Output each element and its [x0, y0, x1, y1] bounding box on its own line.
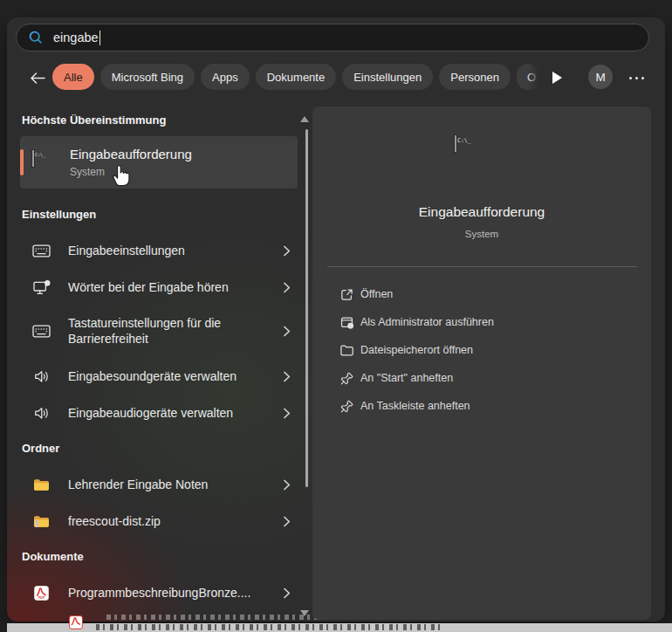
tab-truncated[interactable]: O	[517, 64, 539, 90]
tab-einstellungen[interactable]: Einstellungen	[342, 64, 433, 90]
list-item-tastatureinstellungen[interactable]: Tastatureinstellungen für die Barrierefr…	[20, 306, 299, 356]
section-header-documents: Dokumente	[22, 550, 84, 563]
ellipsis-icon	[629, 77, 632, 79]
pin-icon	[339, 399, 354, 414]
pdf-icon: PDF	[31, 586, 51, 601]
result-best-match[interactable]: C:\_ Eingabeaufforderung System	[20, 136, 298, 189]
chevron-right-icon	[283, 479, 291, 491]
action-pin-to-start[interactable]: An "Start" anheften	[312, 364, 651, 392]
tab-microsoft-bing[interactable]: Microsoft Bing	[100, 64, 195, 90]
search-flyout: eingabe Alle Microsoft Bing Apps Dokumen…	[7, 17, 665, 622]
back-button[interactable]	[26, 67, 49, 88]
list-item-eingabeeinstellungen[interactable]: Eingabeeinstellungen	[20, 232, 299, 269]
divider	[327, 266, 637, 267]
preview-subtitle: System	[312, 229, 651, 239]
fade-overlay	[527, 64, 539, 90]
scroll-tabs-right-button[interactable]	[546, 68, 567, 87]
dictation-icon	[31, 279, 51, 295]
section-header-folders: Ordner	[22, 442, 59, 455]
action-open-file-location[interactable]: Dateispeicherort öffnen	[312, 336, 651, 364]
action-open[interactable]: Öffnen	[312, 280, 651, 308]
run-as-admin-icon	[339, 315, 354, 330]
list-item-freescout-dist-zip[interactable]: freescout-dist.zip	[20, 503, 299, 539]
tab-alle[interactable]: Alle	[52, 64, 94, 90]
cmd-icon: C:\_	[32, 151, 34, 167]
tab-apps[interactable]: Apps	[201, 64, 250, 90]
svg-text:PDF: PDF	[38, 596, 45, 600]
preview-actions: Öffnen Als Administrator ausführen Datei…	[312, 280, 651, 420]
section-header-settings: Einstellungen	[22, 208, 96, 221]
search-icon	[28, 30, 44, 45]
keyboard-icon	[31, 244, 51, 258]
list-item-eingabesoundgeraete[interactable]: Eingabesoundgeräte verwalten	[20, 358, 299, 395]
chevron-right-icon	[283, 326, 291, 337]
action-run-as-admin[interactable]: Als Administrator ausführen	[312, 308, 651, 336]
action-pin-to-taskbar[interactable]: An Taskleiste anheften	[312, 392, 651, 420]
account-avatar[interactable]: M	[588, 65, 613, 89]
selection-accent-bar	[20, 149, 24, 175]
chevron-right-icon	[283, 371, 291, 382]
chevron-right-icon	[283, 245, 291, 257]
folder-open-icon	[339, 343, 354, 357]
tab-dokumente[interactable]: Dokumente	[256, 64, 336, 90]
list-item-lehrender-eingabe-noten[interactable]: Lehrender Eingabe Noten	[20, 466, 299, 503]
best-match-subtitle: System	[70, 166, 105, 178]
speaker-icon	[31, 406, 51, 421]
pin-icon	[339, 371, 354, 386]
text-caret	[99, 31, 101, 45]
open-external-icon	[339, 287, 354, 302]
chevron-right-icon	[283, 516, 291, 527]
pdf-icon	[69, 615, 83, 629]
best-match-title: Eingabeaufforderung	[70, 147, 192, 161]
chevron-right-icon	[283, 408, 291, 419]
section-header-best-match: Höchste Übereinstimmung	[22, 113, 166, 127]
background-window-title-text	[96, 624, 441, 630]
chevron-right-icon	[283, 282, 291, 293]
scrollbar-thumb[interactable]	[305, 129, 308, 487]
tab-personen[interactable]: Personen	[439, 64, 511, 90]
play-icon	[552, 72, 562, 84]
cmd-icon-large: C:\_	[455, 136, 456, 152]
preview-title: Eingabeaufforderung	[312, 204, 651, 220]
scroll-up-icon[interactable]	[300, 116, 309, 122]
more-options-button[interactable]	[623, 71, 649, 85]
zip-folder-icon	[31, 515, 51, 528]
list-item-programmbeschreibung[interactable]: PDF ProgrammbeschreibungBronze....	[20, 574, 299, 611]
chevron-right-icon	[283, 587, 291, 599]
search-input[interactable]: eingabe	[16, 24, 649, 52]
search-query-text: eingabe	[53, 31, 99, 45]
keyboard-icon	[31, 324, 51, 339]
scroll-down-icon[interactable]	[300, 610, 309, 616]
list-item-woerter-eingabe-hoeren[interactable]: Wörter bei der Eingabe hören	[20, 269, 299, 306]
back-arrow-icon	[30, 72, 46, 85]
speaker-icon	[31, 369, 51, 384]
folder-icon	[31, 478, 51, 491]
preview-panel: C:\_ Eingabeaufforderung System Öffnen A…	[312, 106, 651, 620]
filter-tabs-row: Alle Microsoft Bing Apps Dokumente Einst…	[7, 64, 665, 92]
list-item-eingabeaudiogeraete[interactable]: Eingabeaudiogeräte verwalten	[20, 395, 299, 431]
